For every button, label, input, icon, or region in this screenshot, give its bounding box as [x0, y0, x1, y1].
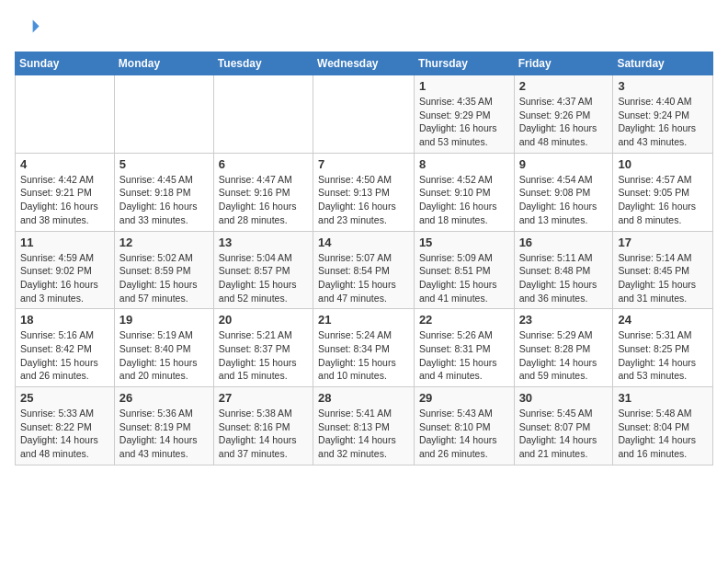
day-number: 13 — [219, 236, 308, 249]
day-info: Sunrise: 4:37 AM Sunset: 9:26 PM Dayligh… — [519, 95, 609, 149]
calendar-day-cell: 20Sunrise: 5:21 AM Sunset: 8:37 PM Dayli… — [213, 309, 313, 387]
calendar-day-cell: 9Sunrise: 4:54 AM Sunset: 9:08 PM Daylig… — [514, 153, 613, 231]
day-number: 30 — [519, 391, 609, 405]
calendar-day-cell: 28Sunrise: 5:41 AM Sunset: 8:13 PM Dayli… — [313, 387, 415, 465]
calendar-day-cell: 22Sunrise: 5:26 AM Sunset: 8:31 PM Dayli… — [414, 309, 514, 387]
calendar-day-cell: 14Sunrise: 5:07 AM Sunset: 8:54 PM Dayli… — [313, 231, 415, 309]
logo-icon — [15, 15, 40, 40]
day-info: Sunrise: 4:54 AM Sunset: 9:08 PM Dayligh… — [519, 173, 609, 227]
day-number: 29 — [419, 391, 509, 405]
calendar-day-cell: 1Sunrise: 4:35 AM Sunset: 9:29 PM Daylig… — [414, 75, 514, 154]
calendar-day-cell: 19Sunrise: 5:19 AM Sunset: 8:40 PM Dayli… — [114, 309, 213, 387]
logo — [15, 15, 44, 40]
calendar-day-cell — [114, 75, 213, 154]
weekday-header-monday: Monday — [114, 52, 213, 75]
day-info: Sunrise: 5:19 AM Sunset: 8:40 PM Dayligh… — [119, 328, 209, 383]
day-number: 16 — [519, 236, 609, 249]
calendar-day-cell — [16, 75, 115, 154]
calendar-table: SundayMondayTuesdayWednesdayThursdayFrid… — [15, 52, 713, 465]
weekday-header-sunday: Sunday — [16, 52, 115, 75]
day-info: Sunrise: 4:59 AM Sunset: 9:02 PM Dayligh… — [20, 251, 109, 305]
day-info: Sunrise: 5:14 AM Sunset: 8:45 PM Dayligh… — [618, 251, 708, 305]
day-number: 24 — [618, 313, 708, 327]
day-info: Sunrise: 5:43 AM Sunset: 8:10 PM Dayligh… — [419, 407, 509, 461]
calendar-day-cell: 11Sunrise: 4:59 AM Sunset: 9:02 PM Dayli… — [16, 231, 115, 309]
calendar-week-row: 11Sunrise: 4:59 AM Sunset: 9:02 PM Dayli… — [16, 231, 713, 309]
calendar-day-cell: 2Sunrise: 4:37 AM Sunset: 9:26 PM Daylig… — [514, 75, 613, 154]
calendar-day-cell: 31Sunrise: 5:48 AM Sunset: 8:04 PM Dayli… — [613, 387, 713, 465]
calendar-day-cell: 17Sunrise: 5:14 AM Sunset: 8:45 PM Dayli… — [613, 231, 713, 309]
calendar-day-cell: 7Sunrise: 4:50 AM Sunset: 9:13 PM Daylig… — [313, 153, 415, 231]
day-number: 11 — [20, 236, 109, 249]
day-number: 17 — [618, 236, 708, 249]
calendar-day-cell: 13Sunrise: 5:04 AM Sunset: 8:57 PM Dayli… — [213, 231, 313, 309]
day-info: Sunrise: 4:40 AM Sunset: 9:24 PM Dayligh… — [618, 95, 708, 149]
day-info: Sunrise: 4:42 AM Sunset: 9:21 PM Dayligh… — [20, 173, 109, 227]
page-header — [15, 15, 713, 40]
day-number: 2 — [519, 79, 609, 93]
calendar-day-cell: 26Sunrise: 5:36 AM Sunset: 8:19 PM Dayli… — [114, 387, 213, 465]
day-number: 3 — [618, 79, 708, 93]
calendar-week-row: 4Sunrise: 4:42 AM Sunset: 9:21 PM Daylig… — [16, 153, 713, 231]
day-info: Sunrise: 4:52 AM Sunset: 9:10 PM Dayligh… — [419, 173, 509, 227]
day-number: 6 — [219, 157, 308, 171]
calendar-day-cell — [213, 75, 313, 154]
day-number: 28 — [318, 391, 409, 405]
day-info: Sunrise: 5:36 AM Sunset: 8:19 PM Dayligh… — [119, 407, 209, 461]
day-info: Sunrise: 5:29 AM Sunset: 8:28 PM Dayligh… — [519, 328, 609, 383]
day-number: 21 — [318, 313, 409, 327]
calendar-day-cell: 25Sunrise: 5:33 AM Sunset: 8:22 PM Dayli… — [16, 387, 115, 465]
day-number: 5 — [119, 157, 209, 171]
day-number: 12 — [119, 236, 209, 249]
day-info: Sunrise: 5:09 AM Sunset: 8:51 PM Dayligh… — [419, 251, 509, 305]
day-number: 20 — [219, 313, 308, 327]
weekday-header-tuesday: Tuesday — [213, 52, 313, 75]
day-info: Sunrise: 5:48 AM Sunset: 8:04 PM Dayligh… — [618, 407, 708, 461]
weekday-header-wednesday: Wednesday — [313, 52, 415, 75]
calendar-day-cell: 29Sunrise: 5:43 AM Sunset: 8:10 PM Dayli… — [414, 387, 514, 465]
day-info: Sunrise: 5:31 AM Sunset: 8:25 PM Dayligh… — [618, 328, 708, 383]
weekday-header-saturday: Saturday — [613, 52, 713, 75]
calendar-week-row: 1Sunrise: 4:35 AM Sunset: 9:29 PM Daylig… — [16, 75, 713, 154]
day-info: Sunrise: 5:21 AM Sunset: 8:37 PM Dayligh… — [219, 328, 308, 383]
day-info: Sunrise: 5:07 AM Sunset: 8:54 PM Dayligh… — [318, 251, 409, 305]
day-number: 1 — [419, 79, 509, 93]
calendar-day-cell: 16Sunrise: 5:11 AM Sunset: 8:48 PM Dayli… — [514, 231, 613, 309]
calendar-day-cell: 6Sunrise: 4:47 AM Sunset: 9:16 PM Daylig… — [213, 153, 313, 231]
calendar-day-cell: 8Sunrise: 4:52 AM Sunset: 9:10 PM Daylig… — [414, 153, 514, 231]
day-info: Sunrise: 5:24 AM Sunset: 8:34 PM Dayligh… — [318, 328, 409, 383]
calendar-day-cell — [313, 75, 415, 154]
day-number: 10 — [618, 157, 708, 171]
weekday-header-thursday: Thursday — [414, 52, 514, 75]
day-info: Sunrise: 4:50 AM Sunset: 9:13 PM Dayligh… — [318, 173, 409, 227]
day-info: Sunrise: 5:16 AM Sunset: 8:42 PM Dayligh… — [20, 328, 109, 383]
day-info: Sunrise: 5:33 AM Sunset: 8:22 PM Dayligh… — [20, 407, 109, 461]
day-number: 7 — [318, 157, 409, 171]
calendar-day-cell: 12Sunrise: 5:02 AM Sunset: 8:59 PM Dayli… — [114, 231, 213, 309]
day-info: Sunrise: 5:45 AM Sunset: 8:07 PM Dayligh… — [519, 407, 609, 461]
calendar-day-cell: 24Sunrise: 5:31 AM Sunset: 8:25 PM Dayli… — [613, 309, 713, 387]
day-number: 25 — [20, 391, 109, 405]
calendar-day-cell: 21Sunrise: 5:24 AM Sunset: 8:34 PM Dayli… — [313, 309, 415, 387]
day-info: Sunrise: 4:45 AM Sunset: 9:18 PM Dayligh… — [119, 173, 209, 227]
calendar-week-row: 25Sunrise: 5:33 AM Sunset: 8:22 PM Dayli… — [16, 387, 713, 465]
day-number: 23 — [519, 313, 609, 327]
day-info: Sunrise: 5:26 AM Sunset: 8:31 PM Dayligh… — [419, 328, 509, 383]
day-info: Sunrise: 5:38 AM Sunset: 8:16 PM Dayligh… — [219, 407, 308, 461]
day-info: Sunrise: 4:57 AM Sunset: 9:05 PM Dayligh… — [618, 173, 708, 227]
day-info: Sunrise: 4:35 AM Sunset: 9:29 PM Dayligh… — [419, 95, 509, 149]
day-info: Sunrise: 5:41 AM Sunset: 8:13 PM Dayligh… — [318, 407, 409, 461]
calendar-day-cell: 30Sunrise: 5:45 AM Sunset: 8:07 PM Dayli… — [514, 387, 613, 465]
day-info: Sunrise: 5:02 AM Sunset: 8:59 PM Dayligh… — [119, 251, 209, 305]
day-info: Sunrise: 4:47 AM Sunset: 9:16 PM Dayligh… — [219, 173, 308, 227]
day-number: 27 — [219, 391, 308, 405]
day-number: 31 — [618, 391, 708, 405]
day-number: 18 — [20, 313, 109, 327]
day-info: Sunrise: 5:11 AM Sunset: 8:48 PM Dayligh… — [519, 251, 609, 305]
calendar-day-cell: 5Sunrise: 4:45 AM Sunset: 9:18 PM Daylig… — [114, 153, 213, 231]
calendar-day-cell: 15Sunrise: 5:09 AM Sunset: 8:51 PM Dayli… — [414, 231, 514, 309]
day-number: 22 — [419, 313, 509, 327]
day-info: Sunrise: 5:04 AM Sunset: 8:57 PM Dayligh… — [219, 251, 308, 305]
calendar-day-cell: 18Sunrise: 5:16 AM Sunset: 8:42 PM Dayli… — [16, 309, 115, 387]
day-number: 4 — [20, 157, 109, 171]
